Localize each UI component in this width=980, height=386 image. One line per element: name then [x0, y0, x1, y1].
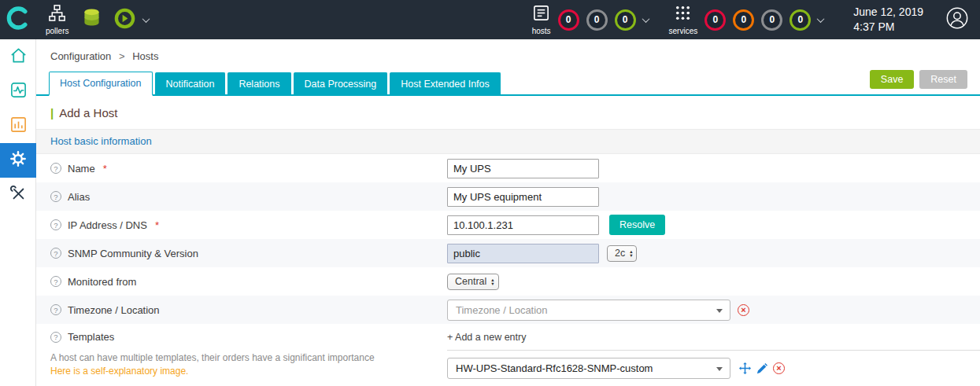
home-icon: [9, 46, 28, 68]
breadcrumb: Configuration > Hosts: [36, 39, 980, 70]
name-input[interactable]: [447, 159, 599, 178]
help-icon[interactable]: [50, 276, 61, 287]
counter-value: 0: [594, 14, 600, 25]
template-select[interactable]: HW-UPS-Standard-Rfc1628-SNMP-custom: [447, 358, 730, 379]
broker-status-icon: [113, 7, 136, 33]
counter-value: 0: [741, 14, 746, 25]
ip-address-input[interactable]: [447, 215, 599, 235]
title-pipe: |: [50, 106, 54, 119]
counter-value: 0: [623, 14, 628, 25]
templates-example-link[interactable]: Here is a self-explanatory image.: [50, 366, 188, 377]
edit-template-icon[interactable]: [756, 363, 767, 374]
templates-note: A host can have multiple templates, thei…: [50, 351, 447, 365]
user-menu[interactable]: [945, 6, 969, 33]
chevron-down-icon[interactable]: [817, 15, 825, 23]
services-menu[interactable]: services: [669, 4, 698, 35]
field-label: Monitored from: [68, 276, 136, 288]
tab-actions: Save Reset: [870, 70, 967, 94]
sidebar-item-administration[interactable]: [0, 178, 36, 212]
counter-value: 0: [566, 14, 571, 25]
breadcrumb-section[interactable]: Configuration: [50, 50, 111, 62]
reset-button[interactable]: Reset: [919, 70, 967, 89]
topbar: pollers: [0, 0, 980, 39]
timezone-select[interactable]: Timezone / Location: [447, 300, 730, 321]
field-label: Templates: [68, 331, 114, 343]
page-title: |Add a Host: [36, 96, 980, 129]
help-icon[interactable]: [50, 191, 61, 202]
counter-value: 0: [769, 14, 775, 25]
help-icon[interactable]: [50, 163, 61, 174]
dropdown-caret-icon: [716, 309, 723, 313]
wrench-icon: [9, 185, 27, 205]
tab-host-configuration[interactable]: Host Configuration: [49, 72, 153, 96]
help-icon[interactable]: [50, 304, 61, 315]
timezone-placeholder: Timezone / Location: [456, 304, 548, 316]
hosts-unreachable-counter[interactable]: 0: [586, 9, 608, 31]
services-unknown-counter[interactable]: 0: [761, 9, 782, 31]
counter-value: 0: [712, 14, 718, 25]
delete-template-icon[interactable]: [773, 362, 785, 374]
resolve-button[interactable]: Resolve: [609, 215, 665, 235]
sidebar-item-reporting[interactable]: [0, 108, 36, 143]
form-row-name: Name *: [36, 154, 980, 182]
chevron-down-icon[interactable]: [642, 15, 649, 23]
help-icon[interactable]: [50, 248, 61, 259]
clear-timezone-icon[interactable]: [738, 304, 749, 316]
pollers-icon: [48, 4, 66, 25]
page-title-text: Add a Host: [59, 106, 117, 119]
form-row-timezone: Timezone / Location Timezone / Location: [36, 296, 980, 324]
services-status-cluster: services 0 0 0 0: [669, 4, 824, 35]
snmp-version-select[interactable]: 2c: [607, 245, 637, 262]
select-arrows-icon: [630, 249, 632, 258]
snmp-community-input[interactable]: [447, 244, 599, 263]
clock: June 12, 2019 4:37 PM: [853, 5, 923, 35]
services-warning-counter[interactable]: 0: [733, 9, 754, 31]
topbar-left: pollers: [0, 0, 149, 39]
counter-value: 0: [797, 14, 803, 25]
move-template-icon[interactable]: [739, 362, 751, 374]
chevron-down-icon[interactable]: [142, 15, 150, 23]
database-icon: [83, 8, 101, 31]
pollers-menu[interactable]: pollers: [46, 4, 68, 35]
form-row-ip-address: IP Address / DNS * Resolve: [36, 211, 980, 239]
field-label: Name: [68, 163, 95, 175]
required-marker: *: [155, 219, 159, 231]
breadcrumb-page[interactable]: Hosts: [132, 50, 158, 62]
services-ok-counter[interactable]: 0: [790, 9, 811, 31]
database-status[interactable]: [83, 8, 101, 31]
help-icon[interactable]: [50, 332, 61, 343]
sidebar: [0, 39, 36, 386]
form-row-monitored-from: Monitored from Central: [36, 267, 980, 296]
hosts-status-cluster: hosts 0 0 0: [532, 4, 649, 35]
save-button[interactable]: Save: [870, 70, 915, 89]
broker-status[interactable]: [113, 7, 136, 33]
hosts-label: hosts: [532, 27, 551, 35]
hosts-down-counter[interactable]: 0: [558, 9, 579, 31]
hosts-menu[interactable]: hosts: [532, 4, 551, 35]
tab-host-extended-infos[interactable]: Host Extended Infos: [390, 72, 501, 94]
help-icon[interactable]: [50, 219, 61, 230]
sidebar-item-home[interactable]: [0, 39, 36, 74]
sidebar-item-configuration[interactable]: [0, 143, 36, 178]
dropdown-caret-icon: [716, 367, 723, 371]
tab-notification[interactable]: Notification: [155, 72, 226, 94]
selected-template: HW-UPS-Standard-Rfc1628-SNMP-custom: [456, 362, 653, 374]
centreon-app: pollers: [0, 0, 980, 386]
field-label: SNMP Community & Version: [68, 248, 198, 259]
sidebar-item-monitoring[interactable]: [0, 74, 36, 108]
breadcrumb-separator: >: [119, 50, 125, 62]
selected-poller: Central: [455, 276, 486, 287]
current-date: June 12, 2019: [853, 5, 923, 20]
form-row-snmp: SNMP Community & Version 2c: [36, 239, 980, 267]
hosts-up-counter[interactable]: 0: [615, 9, 636, 31]
form-row-alias: Alias: [36, 182, 980, 211]
services-critical-counter[interactable]: 0: [704, 9, 726, 31]
centreon-logo[interactable]: [0, 0, 36, 39]
tab-relations[interactable]: Relations: [227, 72, 290, 94]
add-template-entry-link[interactable]: + Add a new entry: [447, 324, 980, 351]
field-label: IP Address / DNS: [68, 219, 147, 231]
alias-input[interactable]: [447, 187, 599, 207]
tab-bar: Host Configuration Notification Relation…: [36, 70, 980, 96]
tab-data-processing[interactable]: Data Processing: [294, 72, 388, 94]
monitored-from-select[interactable]: Central: [447, 274, 499, 290]
